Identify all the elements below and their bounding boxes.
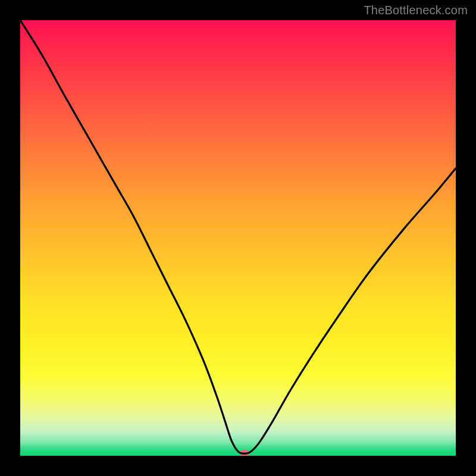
bottleneck-curve bbox=[20, 20, 456, 456]
watermark-text: TheBottleneck.com bbox=[364, 4, 468, 17]
chart-container: TheBottleneck.com bbox=[0, 0, 476, 476]
plot-area bbox=[20, 20, 456, 456]
